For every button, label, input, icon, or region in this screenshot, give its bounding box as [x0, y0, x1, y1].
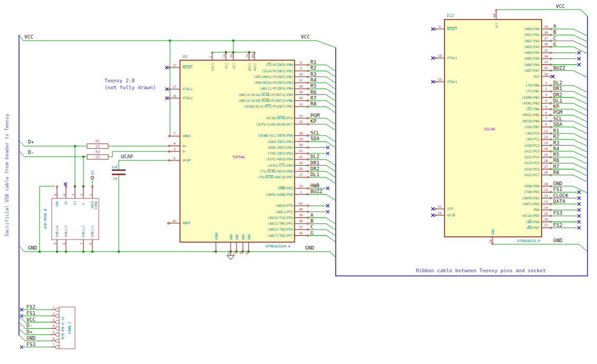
pin-name: PD4 — [534, 208, 539, 212]
pin-name: (ADC4/TCK)PF4 — [268, 216, 293, 219]
pin-number: 3 — [174, 147, 176, 151]
pin-number: 32 — [544, 66, 548, 70]
pin-name: AREF — [183, 221, 191, 225]
net-label: DL1 — [310, 171, 319, 177]
pin-name: (PDI/MOSI/PCINT2)PB2 — [253, 75, 293, 79]
net-label: D+ — [26, 329, 33, 334]
pin-number: 11 — [544, 188, 548, 191]
pin-name: (ADC5/TMS)PF5 — [268, 222, 293, 225]
net-label: BUZZ — [310, 188, 323, 194]
pin-name: (SCK)PB7 — [524, 125, 539, 129]
net-label: GND — [305, 245, 314, 251]
pin-number: 24 — [245, 54, 249, 58]
pin-name: XTAL2 — [447, 56, 457, 60]
pin-number: 6 — [174, 156, 176, 160]
pin-name: (AD4)PA4 — [524, 51, 539, 54]
pin-number: 21 — [544, 129, 548, 133]
pin-name: OC1B — [447, 213, 455, 217]
pin-number: 36 — [299, 231, 303, 235]
pin-name: (OC0B/SCL/INT0)PD0 — [258, 133, 293, 137]
pin-number: 19 — [299, 137, 303, 141]
pin-number: 2 — [53, 312, 55, 315]
pin-number: 22 — [299, 161, 303, 165]
pin-name: XTAL1 — [447, 80, 457, 83]
pin-number: 11 — [299, 78, 303, 82]
pin-name: (AIN0)PB2 — [522, 95, 539, 99]
component-ref: CONN_7 — [68, 322, 72, 334]
pin-number: 3 — [545, 93, 547, 97]
net-label: R3 — [553, 140, 559, 146]
pin-name: (AD5)PA5 — [524, 56, 539, 60]
net-label: BUZZ — [553, 65, 565, 71]
net-label: R2 — [553, 133, 559, 139]
pin-name: (AD6)PA6 — [524, 63, 539, 66]
pin-number: 16 — [544, 217, 548, 221]
pin-name: ICP — [447, 207, 453, 210]
net-label: VCC — [26, 317, 35, 322]
pin-number: 1 — [53, 305, 55, 309]
pin-number: 19 — [438, 78, 442, 81]
net-label: KP — [310, 118, 317, 124]
pin-name: (OC0A/OC1C/RTS/PCINT7)PB7 — [244, 104, 293, 108]
pin-number: 31 — [299, 114, 303, 118]
junction-dot — [232, 40, 234, 42]
component-value: USB-MINI-B — [43, 208, 48, 229]
pin-number: 25 — [544, 153, 548, 157]
net-label: C — [310, 224, 314, 229]
pin-number: 39 — [299, 213, 303, 217]
net-label: A — [553, 23, 556, 29]
pin-name: UVCC — [211, 63, 214, 71]
pin-name: (ICP3/CLKO/OC4A)PC7 — [255, 122, 293, 126]
pin-name: UCAP — [183, 158, 191, 162]
pin-number: 21 — [299, 149, 303, 152]
junction-dot — [65, 251, 67, 253]
pin-name: (A11)PC3 — [524, 149, 539, 153]
component-ref: R2 — [96, 139, 100, 143]
pin-number: 4 — [545, 99, 547, 102]
pin-name: (ADC12/OC1A/OC4B/PCINT12)PB5 — [238, 93, 293, 97]
net-label: GND — [26, 335, 35, 341]
pin-number: 17 — [173, 85, 177, 89]
pin-name: (AD3)PA3 — [524, 45, 539, 49]
u1-ic[interactable]: U1ATMEGA32U4-ATQFP44RESET13XTAL117XTAL21… — [169, 53, 308, 255]
pin-name: VCC — [495, 22, 498, 28]
pin-name: (ICP2/ADC8)PD4 — [266, 157, 293, 161]
pin-name: UGND — [214, 232, 218, 240]
net-label: FS1 — [26, 310, 35, 316]
pin-number: 4 — [62, 194, 66, 196]
pin-name: RESET — [447, 27, 457, 31]
pin-number: 28 — [544, 170, 548, 174]
pin-number: 7 — [80, 243, 83, 245]
pin-name: (PDO/MISO/PCINT3)PB3 — [253, 81, 293, 84]
pin-name: (A8)PC0 — [526, 131, 539, 135]
net-label: FS3 — [26, 341, 35, 347]
pin-name: ID — [64, 200, 68, 205]
pin-name: (INT1)PD3 — [522, 202, 539, 206]
pin-number: 9 — [300, 66, 302, 70]
pin-number: 17 — [544, 223, 548, 227]
net-label: G — [553, 41, 556, 47]
pin-name: D+ — [183, 144, 187, 148]
pin-name: (INTD)PD2 — [522, 196, 539, 200]
net-label: DATA — [553, 198, 565, 204]
pin-number: 30 — [299, 96, 303, 100]
pin-number: 35 — [544, 49, 548, 52]
net-label: HWB — [310, 183, 319, 188]
ic2-ic[interactable]: IC2AT90S8515-PDIL40RESET9XTAL218XTAL119I… — [435, 10, 551, 244]
net-label: FS2 — [26, 304, 35, 310]
net-label: D- — [28, 149, 34, 155]
pin-name: (RXD/INT2)PD2 — [268, 146, 293, 149]
component-ref: CON1 — [94, 201, 98, 209]
pin-name: (MOSI)PB5 — [522, 113, 539, 117]
pin-name: D+ — [73, 200, 77, 205]
pin-name: (ADC7/TDI)PF7 — [268, 234, 293, 237]
pin-number: 29 — [299, 90, 303, 94]
pin-name: (ADC0)PF0 — [275, 204, 293, 207]
pin-number: 6 — [53, 337, 55, 340]
junction-dot — [118, 251, 120, 253]
pin-number: 33 — [544, 60, 548, 64]
junction-dot — [91, 251, 93, 253]
pin-number: 25 — [299, 155, 303, 159]
component-ref: R3 — [96, 150, 100, 154]
junction-dot — [82, 251, 84, 253]
